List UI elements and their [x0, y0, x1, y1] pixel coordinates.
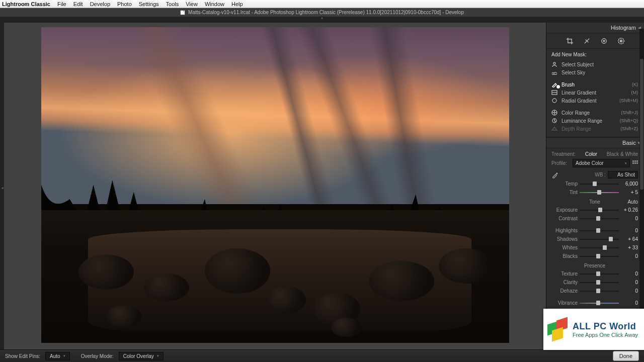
top-panel-collapsed[interactable] — [0, 17, 644, 23]
profile-value: Adobe Color — [576, 160, 604, 166]
menu-settings[interactable]: Settings — [139, 1, 159, 7]
menu-window[interactable]: Window — [205, 1, 224, 7]
mask-brush[interactable]: Brush (K) — [551, 80, 638, 88]
menu-develop[interactable]: Develop — [90, 1, 110, 7]
shadows-value[interactable]: + 64 — [621, 236, 638, 242]
wb-value: As Shot — [617, 172, 635, 177]
app-name[interactable]: Lightroom Classic — [2, 1, 50, 7]
masking-tool-icon[interactable] — [617, 37, 625, 45]
mask-select-subject[interactable]: Select Subject — [551, 60, 638, 68]
redeye-tool-icon[interactable] — [600, 37, 608, 45]
wb-eyedropper-icon[interactable] — [551, 171, 558, 178]
overlay-mode-selector[interactable]: Color Overlay — [119, 352, 164, 360]
exposure-value[interactable]: + 0.26 — [621, 207, 638, 213]
menu-photo[interactable]: Photo — [117, 1, 132, 7]
wb-selector[interactable]: As Shot — [608, 171, 638, 178]
menu-file[interactable]: File — [57, 1, 66, 7]
scrollbar-thumb[interactable] — [640, 59, 643, 190]
dehaze-slider[interactable] — [580, 289, 619, 293]
shadows-label: Shadows — [551, 236, 578, 242]
mask-color-range[interactable]: Color Range (Shift+J) — [551, 109, 638, 117]
mask-item-label: Linear Gradient — [561, 90, 596, 96]
document-icon — [180, 10, 185, 15]
clarity-value[interactable]: 0 — [621, 280, 638, 285]
tone-header: Tone — [589, 199, 600, 205]
depth-icon — [551, 126, 557, 132]
show-pins-selector[interactable]: Auto — [45, 352, 70, 360]
dehaze-value[interactable]: 0 — [621, 288, 638, 294]
wb-label: WB : — [595, 172, 606, 177]
menu-view[interactable]: View — [186, 1, 198, 7]
tint-slider[interactable] — [580, 190, 619, 195]
auto-button[interactable]: Auto — [627, 199, 638, 205]
develop-toolbar: Show Edit Pins: Auto Overlay Mode: Color… — [0, 349, 644, 362]
tint-value[interactable]: + 5 — [621, 190, 638, 195]
blacks-slider[interactable] — [580, 254, 619, 258]
mask-depth-range: Depth Range (Shift+Z) — [551, 125, 638, 133]
profile-selector[interactable]: Adobe Color▾ — [573, 159, 630, 167]
svg-point-2 — [618, 38, 623, 43]
shadows-slider[interactable] — [580, 237, 619, 241]
profile-browser-icon[interactable] — [632, 160, 638, 166]
mask-radial-gradient[interactable]: Radial Gradient (Shift+M) — [551, 97, 638, 105]
exposure-slider[interactable] — [580, 208, 619, 212]
mask-select-sky[interactable]: Select Sky — [551, 68, 638, 76]
done-button[interactable]: Done — [613, 351, 639, 361]
texture-value[interactable]: 0 — [621, 271, 638, 277]
contrast-value[interactable]: 0 — [621, 216, 638, 221]
person-icon — [551, 61, 557, 67]
show-pins-label: Show Edit Pins: — [5, 353, 40, 359]
luminance-icon — [551, 118, 557, 124]
mask-item-label: Radial Gradient — [561, 98, 596, 104]
treatment-color[interactable]: Color — [585, 151, 597, 157]
profile-label: Profile: — [551, 160, 571, 166]
crop-tool-icon[interactable] — [566, 37, 574, 45]
mask-luminance-range[interactable]: Luminance Range (Shift+Q) — [551, 117, 638, 125]
highlights-slider[interactable] — [580, 228, 619, 233]
mask-item-label: Depth Range — [561, 126, 591, 132]
basic-label: Basic — [622, 140, 636, 146]
temp-value[interactable]: 6,000 — [621, 181, 638, 187]
linear-gradient-icon — [551, 89, 557, 96]
watermark-title: ALL PC World — [573, 321, 638, 332]
edited-photo[interactable] — [41, 27, 509, 343]
temp-slider[interactable] — [580, 182, 619, 186]
highlights-label: Highlights — [551, 228, 578, 233]
watermark-overlay: ALL PC World Free Apps One Click Away — [543, 309, 644, 350]
mask-item-label: Brush — [561, 82, 575, 87]
basic-header[interactable]: Basic ▼ — [546, 137, 644, 148]
highlights-value[interactable]: 0 — [621, 228, 638, 233]
temp-label: Temp — [551, 181, 578, 187]
treatment-bw[interactable]: Black & White — [607, 151, 638, 157]
blacks-value[interactable]: 0 — [621, 253, 638, 259]
texture-slider[interactable] — [580, 272, 619, 276]
mask-item-label: Select Subject — [561, 62, 594, 67]
cursor-icon — [556, 85, 560, 88]
exposure-label: Exposure — [551, 207, 578, 213]
vibrance-slider[interactable] — [580, 301, 619, 305]
histogram-header[interactable]: Histogram ◀ — [546, 23, 644, 33]
os-menubar: Lightroom Classic File Edit Develop Phot… — [0, 0, 644, 8]
clarity-slider[interactable] — [580, 280, 619, 285]
menu-edit[interactable]: Edit — [73, 1, 83, 7]
presence-header: Presence — [584, 263, 605, 268]
menu-help[interactable]: Help — [231, 1, 243, 7]
whites-slider[interactable] — [580, 245, 619, 250]
blacks-label: Blacks — [551, 253, 578, 259]
panel-scrollbar[interactable] — [639, 29, 644, 349]
main-area: Histogram ◀ Add New Mask: Select Subject… — [0, 23, 644, 349]
whites-label: Whites — [551, 245, 578, 250]
tint-label: Tint — [551, 190, 578, 195]
shortcut-label: (M) — [631, 90, 638, 95]
whites-value[interactable]: + 33 — [621, 245, 638, 250]
svg-point-4 — [553, 62, 555, 64]
menu-tools[interactable]: Tools — [166, 1, 179, 7]
mask-linear-gradient[interactable]: Linear Gradient (M) — [551, 88, 638, 97]
vibrance-value[interactable]: 0 — [621, 300, 638, 306]
shortcut-label: (Shift+J) — [621, 110, 638, 115]
svg-point-1 — [603, 40, 605, 42]
shortcut-label: (Shift+Q) — [620, 118, 638, 123]
image-canvas-area[interactable] — [0, 23, 546, 349]
contrast-slider[interactable] — [580, 216, 619, 221]
heal-tool-icon[interactable] — [583, 37, 591, 45]
